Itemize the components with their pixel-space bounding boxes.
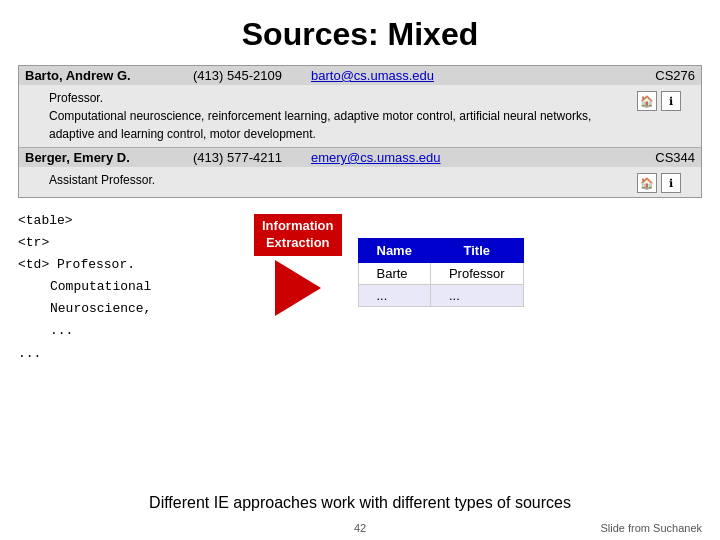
ie-label: Information Extraction	[254, 214, 342, 256]
faculty-room-2: CS344	[655, 150, 695, 165]
faculty-phone-2: (413) 577-4211	[193, 150, 303, 165]
cell-title-2: ...	[430, 285, 523, 307]
code-block: <table> <tr> <td> Professor. Computation…	[18, 210, 238, 365]
result-table-wrapper: Name Title Barte Professor ... ...	[358, 238, 524, 307]
cell-name-2: ...	[358, 285, 430, 307]
faculty-detail-1: Professor. Computational neuroscience, r…	[49, 89, 629, 143]
col-title-header: Title	[430, 239, 523, 263]
faculty-row-2: Berger, Emery D. (413) 577-4211 emery@cs…	[19, 148, 701, 197]
home-icon-1[interactable]: 🏠	[637, 91, 657, 111]
arrow-right	[275, 260, 321, 316]
col-name-header: Name	[358, 239, 430, 263]
faculty-name-2: Berger, Emery D.	[25, 150, 185, 165]
faculty-table: Barto, Andrew G. (413) 545-2109 barto@cs…	[18, 65, 702, 198]
faculty-email-2[interactable]: emery@cs.umass.edu	[311, 150, 471, 165]
footer-text: Different IE approaches work with differ…	[0, 494, 720, 512]
table-row: Barte Professor	[358, 263, 523, 285]
home-icon-2[interactable]: 🏠	[637, 173, 657, 193]
page-title: Sources: Mixed	[0, 0, 720, 65]
info-icon-1[interactable]: ℹ	[661, 91, 681, 111]
faculty-email-1[interactable]: barto@cs.umass.edu	[311, 68, 471, 83]
result-table: Name Title Barte Professor ... ...	[358, 238, 524, 307]
table-row: ... ...	[358, 285, 523, 307]
faculty-phone-1: (413) 545-2109	[193, 68, 303, 83]
faculty-room-1: CS276	[655, 68, 695, 83]
cell-title-1: Professor	[430, 263, 523, 285]
info-icon-2[interactable]: ℹ	[661, 173, 681, 193]
faculty-name-1: Barto, Andrew G.	[25, 68, 185, 83]
faculty-detail-2: Assistant Professor.	[49, 171, 629, 189]
cell-name-1: Barte	[358, 263, 430, 285]
slide-number: 42	[354, 522, 366, 534]
slide-credit: Slide from Suchanek	[601, 522, 703, 534]
faculty-row-1: Barto, Andrew G. (413) 545-2109 barto@cs…	[19, 66, 701, 148]
